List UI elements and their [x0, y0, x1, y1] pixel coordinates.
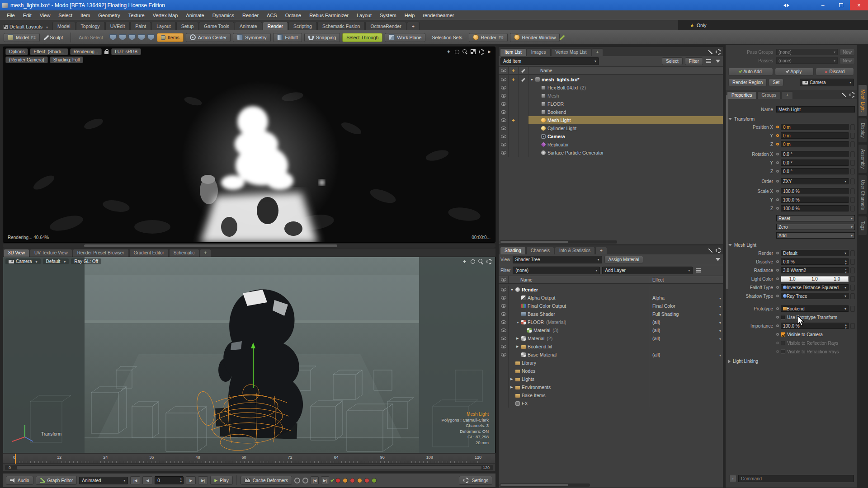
visible-reflection-checkbox[interactable] [781, 341, 785, 345]
layout-tab[interactable]: Model [52, 22, 75, 30]
menu-item[interactable]: ACS [263, 10, 281, 20]
gear-icon[interactable] [715, 49, 722, 55]
shader-row[interactable]: ▶ Lights [499, 375, 723, 383]
menu-item[interactable]: Vertex Map [149, 10, 182, 20]
channel-menu-icon[interactable] [850, 197, 855, 203]
item-visibility-icon[interactable] [501, 118, 506, 122]
expand-arrow-icon[interactable]: ▼ [510, 288, 515, 291]
menu-item[interactable]: Layout [353, 10, 376, 20]
channel-menu-icon[interactable] [850, 206, 855, 211]
item-row[interactable]: + Bookend [499, 108, 723, 116]
close-button[interactable]: × [850, 0, 868, 10]
list-options-icon[interactable] [705, 58, 712, 65]
panel-tab[interactable]: Groups [757, 91, 781, 99]
item-edit-icon[interactable] [521, 78, 525, 81]
layer-visibility-icon[interactable] [501, 328, 506, 332]
side-tab[interactable]: Tags [858, 216, 867, 235]
shader-row[interactable]: Material (3) (all) [499, 326, 723, 334]
rotation-x-field[interactable]: 0.0 ° [781, 151, 849, 157]
paint-pencil-icon[interactable] [561, 35, 565, 40]
shader-row[interactable]: ▶ Bookend.lxl [499, 343, 723, 351]
render-region-button[interactable]: Render Region [728, 79, 767, 86]
layer-effect-cell[interactable] [649, 359, 723, 367]
item-row[interactable]: + Replicator [499, 141, 723, 149]
item-mode-icon[interactable] [138, 34, 145, 41]
auto-add-button[interactable]: Auto Add [728, 68, 773, 75]
last-frame-button[interactable]: ▶| [198, 476, 208, 484]
layer-effect-cell[interactable] [649, 391, 723, 399]
menu-item[interactable]: Geometry [94, 10, 124, 20]
zero-dropdown[interactable]: Zero [776, 224, 855, 230]
layout-tab[interactable]: Game Tools [199, 22, 234, 30]
item-visibility-icon[interactable] [501, 78, 506, 81]
menu-item[interactable]: Octane [281, 10, 305, 20]
scale-z-field[interactable]: 100.0 % [781, 205, 849, 211]
auto-select-button[interactable]: Auto Select [75, 33, 107, 42]
channel-toggle-icon[interactable] [776, 333, 779, 336]
viewport-preset-dropdown[interactable]: Default [43, 258, 69, 264]
position-x-field[interactable]: 0 m [781, 124, 849, 130]
layer-visibility-icon[interactable] [501, 304, 506, 308]
menu-item[interactable]: File [3, 10, 19, 20]
viewport-tab[interactable]: Gradient Editor [129, 249, 169, 257]
light-linking-section-header[interactable]: Light Linking [728, 359, 854, 364]
zoom-icon[interactable] [477, 258, 484, 265]
audio-button[interactable]: Audio [6, 476, 33, 485]
camera-select-dropdown[interactable]: Camera [800, 79, 854, 86]
auto-key-icon[interactable] [294, 478, 300, 483]
key-scale-icon[interactable] [357, 478, 362, 483]
panel-tab[interactable]: Vertex Map List [551, 48, 591, 56]
viewport-tab[interactable]: UV Texture View [30, 249, 72, 257]
item-row[interactable]: + ▼ mesh_lights.lxo* [499, 75, 723, 84]
layout-tab[interactable]: Scripting [288, 22, 317, 30]
item-visibility-icon[interactable] [501, 102, 506, 106]
layout-tab[interactable]: Paint [130, 22, 151, 30]
next-key-button[interactable]: ▶| [321, 476, 329, 484]
shader-row[interactable]: Nodes [499, 367, 723, 375]
channel-toggle-icon[interactable] [776, 295, 779, 297]
shader-view-dropdown[interactable]: Shader Tree [513, 256, 602, 263]
settings-button[interactable]: Settings [459, 476, 492, 485]
item-row[interactable]: + Mesh [499, 92, 723, 100]
channel-menu-icon[interactable] [850, 285, 855, 291]
layer-effect-cell[interactable] [649, 343, 723, 351]
channel-toggle-icon[interactable] [776, 316, 779, 319]
shader-row[interactable]: Library [499, 359, 723, 367]
channel-toggle-icon[interactable] [776, 198, 779, 201]
layer-visibility-icon[interactable] [501, 345, 506, 348]
layer-effect-cell[interactable]: Final Color [649, 302, 723, 310]
render-dropdown[interactable]: Default [781, 250, 849, 256]
channel-toggle-icon[interactable] [776, 324, 779, 327]
layout-tab[interactable]: Topology [76, 22, 105, 30]
current-frame-field[interactable]: 0 ▲▼ [155, 476, 184, 484]
options-button[interactable]: Options [5, 48, 28, 55]
shader-row[interactable]: Final Color Output Final Color [499, 302, 723, 310]
select-through-button[interactable]: Select Through [342, 33, 382, 42]
timeline-range-handle[interactable] [17, 466, 481, 469]
orbit-icon[interactable] [453, 49, 460, 55]
channel-toggle-icon[interactable] [776, 286, 779, 289]
menu-item[interactable]: Render [238, 10, 263, 20]
layer-effect-cell[interactable] [649, 286, 723, 294]
channel-toggle-icon[interactable] [776, 207, 779, 210]
shader-row[interactable]: ▶ Environments [499, 383, 723, 391]
viewport-camera-dropdown[interactable]: Camera [5, 258, 41, 264]
layer-visibility-icon[interactable] [501, 320, 506, 324]
channel-toggle-icon[interactable] [776, 190, 779, 192]
layout-tab[interactable]: Layout [151, 22, 176, 30]
mesh-light-section-header[interactable]: Mesh Light [728, 243, 854, 248]
layer-visibility-icon[interactable] [501, 288, 506, 291]
timeline[interactable]: 01224364860728496108120 0 120 [3, 453, 495, 471]
gear-icon[interactable] [715, 247, 722, 253]
set-button[interactable]: Set [769, 79, 783, 86]
item-row[interactable]: + Mesh Light [499, 116, 723, 124]
discard-button[interactable]: × Discard [816, 68, 854, 75]
item-row[interactable]: + FLOOR [499, 100, 723, 108]
layer-effect-cell[interactable] [649, 367, 723, 375]
shader-scrollbar[interactable] [500, 483, 590, 487]
shader-row[interactable]: Base Material (all) [499, 351, 723, 359]
layer-effect-cell[interactable] [649, 375, 723, 383]
menu-item[interactable]: Edit [19, 10, 36, 20]
scale-y-field[interactable]: 100.0 % [781, 197, 849, 203]
expand-panel-icon[interactable] [707, 247, 714, 253]
